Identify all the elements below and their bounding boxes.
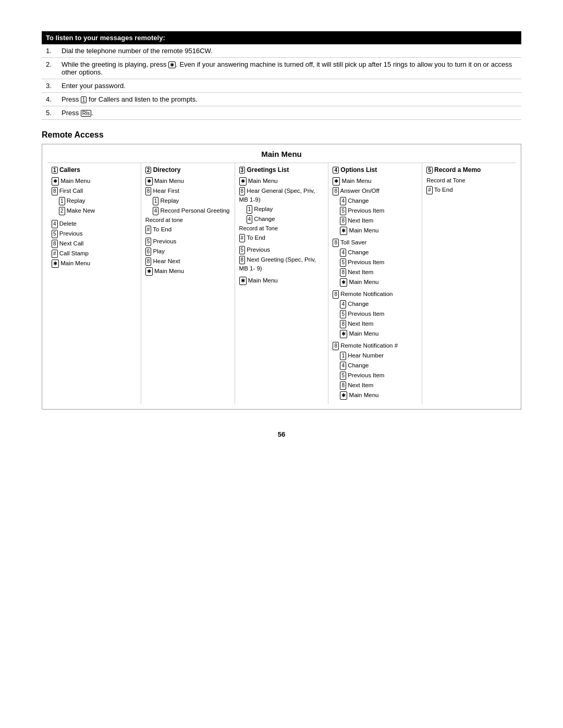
step-num: 3. (42, 79, 57, 93)
directory-item: 1 Replay (153, 196, 230, 205)
options-item: 5 Previous Item (340, 206, 418, 215)
main-menu-title: Main Menu (47, 150, 516, 158)
greetings-item: Record at Tone (239, 225, 324, 232)
callers-item: 8 First Call (52, 187, 137, 195)
page-number: 56 (42, 430, 521, 438)
callers-label: Callers (59, 166, 80, 174)
options-label: Options List (340, 166, 377, 174)
instructions-table: To listen to your messages remotely: 1. … (42, 31, 521, 120)
star-key: ✱ (168, 61, 176, 68)
directory-item: 8 Hear First (145, 187, 230, 195)
step-2: 2. While the greeting is playing, press … (42, 58, 521, 79)
key-2-directory: 2 (145, 167, 152, 174)
step-num: 4. (42, 93, 57, 106)
step-text: Press 1 for Callers and listen to the pr… (57, 93, 521, 106)
remote-access-title: Remote Access (42, 130, 521, 140)
options-item: ✱ Main Menu (340, 226, 418, 235)
directory-label: Directory (153, 166, 181, 174)
options-item: 4 Change (340, 196, 418, 205)
callers-item: # Call Stamp (52, 249, 137, 258)
options-item: 8 Next Item (340, 216, 418, 225)
key-1-callers: 1 (52, 167, 58, 174)
options-item: 4 Change (340, 361, 418, 370)
callers-item: 2 Make New (59, 206, 137, 215)
options-item: ✱ Main Menu (340, 391, 418, 400)
step-text: Press Rls. (57, 106, 521, 120)
directory-item: 4 Record Personal Greeting (153, 206, 230, 215)
directory-item: 8 Hear Next (145, 257, 230, 266)
greetings-item: 5 Previous (239, 245, 324, 254)
col-directory: 2 Directory ✱ Main Menu 8 Hear First 1 R… (141, 163, 235, 404)
directory-item: 5 Previous (145, 237, 230, 246)
directory-item: 6 Play (145, 247, 230, 256)
greetings-item: ✱ Main Menu (239, 276, 324, 285)
options-item: ✱ Main Menu (333, 177, 418, 186)
options-item: 8 Toll Saver (333, 238, 418, 247)
callers-item: 5 Previous (52, 229, 137, 238)
step-text: While the greeting is playing, press ✱. … (57, 58, 521, 79)
step-num: 2. (42, 58, 57, 79)
memo-label: Record a Memo (434, 166, 481, 174)
step-3: 3. Enter your password. (42, 79, 521, 93)
options-item: 8 Remote Notification # (333, 341, 418, 350)
greetings-item: # To End (239, 233, 324, 242)
options-item: 5 Previous Item (340, 258, 418, 267)
col-options: 4 Options List ✱ Main Menu 8 Answer On/O… (328, 163, 422, 404)
greetings-item: 1 Replay (247, 205, 324, 214)
step-text: Dial the telephone number of the remote … (57, 44, 521, 58)
main-menu-container: Main Menu 1 Callers ✱ Main Menu 8 First … (42, 144, 521, 410)
directory-item: # To End (145, 225, 230, 234)
step-4: 4. Press 1 for Callers and listen to the… (42, 93, 521, 106)
options-item: 4 Change (340, 248, 418, 257)
col-callers: 1 Callers ✱ Main Menu 8 First Call 1 Rep… (47, 163, 141, 404)
greetings-label: Greetings List (247, 166, 289, 174)
instructions-header: To listen to your messages remotely: (42, 31, 521, 44)
memo-item: Record at Tone (426, 177, 511, 184)
rls-key: Rls (81, 110, 91, 117)
options-item: 8 Remote Notification (333, 290, 418, 299)
options-item: ✱ Main Menu (340, 278, 418, 287)
step-1: 1. Dial the telephone number of the remo… (42, 44, 521, 58)
directory-item: ✱ Main Menu (145, 177, 230, 186)
greetings-item: 4 Change (247, 215, 324, 224)
callers-item: 8 Next Call (52, 239, 137, 248)
options-item: 8 Next Item (340, 319, 418, 328)
directory-item: ✱ Main Menu (145, 267, 230, 276)
key-5-memo: 5 (426, 167, 433, 174)
step-num: 1. (42, 44, 57, 58)
key-3-greetings: 3 (239, 167, 246, 174)
step-text: Enter your password. (57, 79, 521, 93)
step-num: 5. (42, 106, 57, 120)
greetings-item: 8 Next Greeting (Spec, Priv, MB 1- 9) (239, 255, 324, 273)
options-item: ✱ Main Menu (340, 329, 418, 338)
key-4-options: 4 (333, 167, 339, 174)
greetings-item: ✱ Main Menu (239, 177, 324, 186)
col-record-memo: 5 Record a Memo Record at Tone # To End (422, 163, 516, 404)
options-item: 8 Next Item (340, 381, 418, 390)
step-5: 5. Press Rls. (42, 106, 521, 120)
options-item: 1 Hear Number (340, 351, 418, 360)
remote-access-section: Remote Access Main Menu 1 Callers ✱ Main… (42, 130, 521, 410)
col-greetings: 3 Greetings List ✱ Main Menu 8 Hear Gene… (235, 163, 329, 404)
callers-item: ✱ Main Menu (52, 177, 137, 186)
callers-item: 4 Delete (52, 219, 137, 228)
callers-item: ✱ Main Menu (52, 259, 137, 268)
options-item: 5 Previous Item (340, 310, 418, 318)
callers-item: 1 Replay (59, 196, 137, 205)
memo-item: # To End (426, 186, 511, 194)
options-item: 5 Previous Item (340, 371, 418, 380)
key-1: 1 (81, 96, 87, 103)
options-item: 8 Next Item (340, 268, 418, 277)
options-item: 4 Change (340, 300, 418, 309)
menu-columns: 1 Callers ✱ Main Menu 8 First Call 1 Rep… (47, 163, 516, 404)
greetings-item: 8 Hear General (Spec, Priv, MB 1-9) (239, 187, 324, 204)
directory-item: Record at tone (145, 216, 230, 224)
options-item: 8 Answer On/Off (333, 187, 418, 195)
